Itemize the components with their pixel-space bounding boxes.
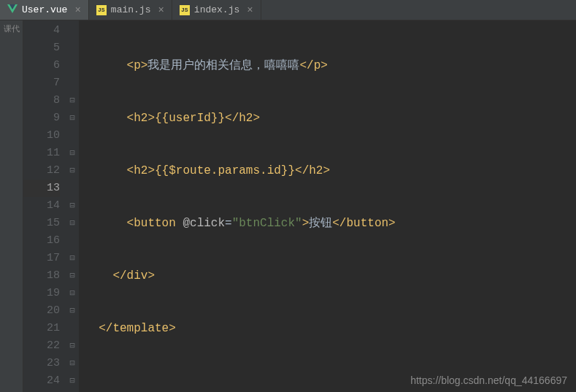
fold-column: ⊟ ⊟ ⊟ ⊟ ⊟ ⊟ ⊟ ⊟ ⊟ ⊟ ⊟ ⊟ ⊟ xyxy=(66,20,79,392)
editor-area: 课代 4 5 6 7 8 9 10 11 12 13 14 15 16 17 1… xyxy=(0,20,576,392)
strip-label: 课代 xyxy=(0,23,23,34)
fold-marker-icon[interactable] xyxy=(66,232,79,250)
fold-marker-icon[interactable]: ⊟ xyxy=(66,337,79,355)
fold-marker-icon[interactable]: ⊟ xyxy=(66,285,79,302)
fold-marker-icon[interactable] xyxy=(66,57,79,74)
watermark-text: https://blog.csdn.net/qq_44166697 xyxy=(410,374,567,386)
code-line: <button @click="btnClick">按钮</button> xyxy=(85,215,576,232)
line-number[interactable]: 24 xyxy=(23,372,60,390)
editor-tabs: User.vue × JS main.js × JS index.js × xyxy=(0,0,576,20)
fold-marker-icon[interactable]: ⊟ xyxy=(66,355,79,372)
code-line: <h2>{{userId}}</h2> xyxy=(85,109,576,127)
line-number[interactable]: 14 xyxy=(23,197,60,215)
vue-icon xyxy=(7,4,18,16)
fold-marker-icon[interactable]: ⊟ xyxy=(66,250,79,267)
fold-marker-icon[interactable]: ⊟ xyxy=(66,372,79,390)
line-number[interactable]: 22 xyxy=(23,337,60,355)
tab-label: main.js xyxy=(111,4,151,15)
tab-label: index.js xyxy=(194,4,239,15)
line-number[interactable]: 7 xyxy=(23,74,60,92)
code-area[interactable]: <p>我是用户的相关信息，嘻嘻嘻</p> <h2>{{userId}}</h2>… xyxy=(79,20,576,392)
tab-user-vue[interactable]: User.vue × xyxy=(0,0,89,20)
line-number[interactable]: 15 xyxy=(23,215,60,232)
line-number[interactable]: 9 xyxy=(23,109,60,127)
fold-marker-icon[interactable] xyxy=(66,74,79,92)
fold-marker-icon[interactable]: ⊟ xyxy=(66,197,79,215)
line-number[interactable]: 4 xyxy=(23,22,60,39)
fold-marker-icon[interactable]: ⊟ xyxy=(66,162,79,180)
tab-label: User.vue xyxy=(22,4,67,15)
fold-marker-icon[interactable] xyxy=(66,39,79,57)
tab-main-js[interactable]: JS main.js × xyxy=(89,0,172,20)
left-sidebar-strip: 课代 xyxy=(0,20,23,392)
close-icon[interactable]: × xyxy=(74,4,80,16)
line-number[interactable]: 16 xyxy=(23,232,60,250)
fold-marker-icon[interactable] xyxy=(66,180,79,197)
fold-marker-icon[interactable] xyxy=(66,127,79,145)
code-line: <p>我是用户的相关信息，嘻嘻嘻</p> xyxy=(85,57,576,74)
js-icon: JS xyxy=(180,5,190,15)
fold-marker-icon[interactable] xyxy=(66,22,79,39)
fold-marker-icon[interactable]: ⊟ xyxy=(66,109,79,127)
line-number[interactable]: 6 xyxy=(23,57,60,74)
line-number-gutter: 4 5 6 7 8 9 10 11 12 13 14 15 16 17 18 1… xyxy=(23,20,66,392)
line-number[interactable]: 8 xyxy=(23,92,60,109)
fold-marker-icon[interactable]: ⊟ xyxy=(66,215,79,232)
fold-marker-icon[interactable]: ⊟ xyxy=(66,267,79,285)
line-number[interactable]: 19 xyxy=(23,285,60,302)
code-line: </div> xyxy=(85,267,576,285)
fold-marker-icon[interactable] xyxy=(66,320,79,337)
line-number[interactable]: 5 xyxy=(23,39,60,57)
fold-marker-icon[interactable]: ⊟ xyxy=(66,302,79,320)
js-icon: JS xyxy=(96,5,107,15)
line-number[interactable]: 11 xyxy=(23,145,60,162)
fold-marker-icon[interactable]: ⊟ xyxy=(66,92,79,109)
close-icon[interactable]: × xyxy=(247,4,253,16)
close-icon[interactable]: × xyxy=(158,4,164,16)
line-number[interactable]: 18 xyxy=(23,267,60,285)
fold-marker-icon[interactable]: ⊟ xyxy=(66,145,79,162)
line-number[interactable]: 17 xyxy=(23,250,60,267)
line-number[interactable]: 12 xyxy=(23,162,60,180)
line-number[interactable]: 23 xyxy=(23,355,60,372)
tab-index-js[interactable]: JS index.js × xyxy=(172,0,261,20)
line-number[interactable]: 21 xyxy=(23,320,60,337)
code-line: </template> xyxy=(85,320,576,337)
line-number[interactable]: 20 xyxy=(23,302,60,320)
line-number[interactable]: 13 xyxy=(23,180,60,197)
code-line: <h2>{{$route.params.id}}</h2> xyxy=(85,162,576,180)
line-number[interactable]: 10 xyxy=(23,127,60,145)
